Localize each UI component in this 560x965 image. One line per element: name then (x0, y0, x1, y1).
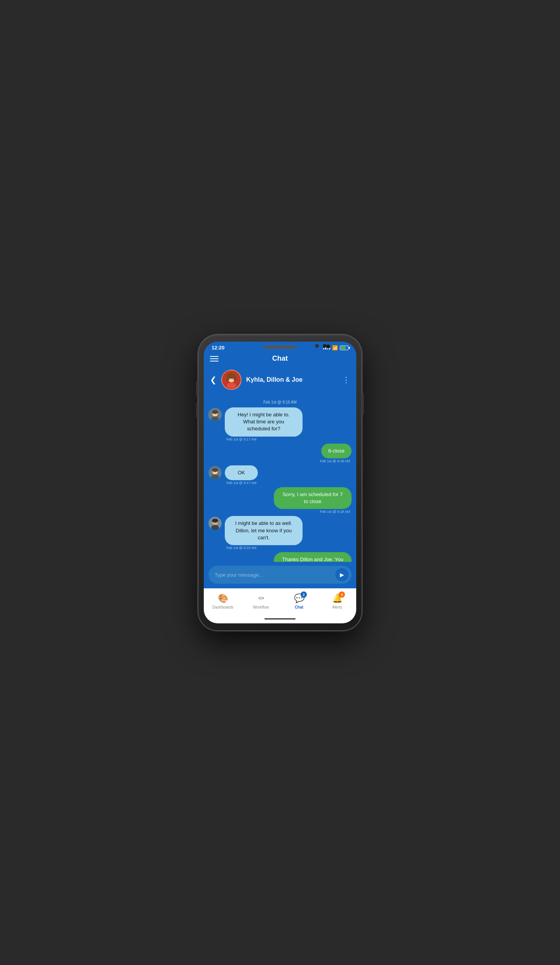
status-time: 12:20 (212, 345, 224, 351)
svg-point-20 (212, 519, 218, 523)
tab-dashboards[interactable]: 🎨 Dashboards (204, 591, 242, 611)
avatar-male2 (208, 517, 222, 530)
message-time-2: Feb 1st @ 9:18 AM (318, 459, 352, 463)
svg-point-16 (212, 468, 218, 472)
home-indicator (204, 612, 356, 623)
battery-icon (340, 346, 348, 350)
message-time-5: Feb 1st @ 9:19 AM (225, 546, 303, 550)
tab-workflow-icon-wrap: ⚰ (255, 593, 267, 604)
message-input-area: ▶ (204, 562, 356, 588)
tab-chat-label: Chat (295, 605, 303, 609)
power-button (362, 393, 364, 414)
top-nav-bar: Chat (204, 352, 356, 367)
hamburger-menu-button[interactable] (210, 356, 219, 361)
message-input[interactable] (215, 572, 332, 578)
message-bubble-2: 6-close (321, 444, 352, 458)
avatar-female-icon (222, 370, 241, 390)
tab-dashboards-label: Dashboards (212, 605, 233, 609)
battery-fill (341, 346, 346, 349)
message-bubble-4: Sorry, I am scheduled for 7 to close (274, 487, 352, 509)
tab-chat[interactable]: 💬 2 Chat (280, 591, 318, 611)
phone-device: 12:20 📶 Chat (198, 335, 362, 630)
phone-screen: 12:20 📶 Chat (204, 342, 356, 623)
message-bubble-wrap-3: OK Feb 1st @ 9:17 AM (225, 465, 258, 485)
message-time-4: Feb 1st @ 9:18 AM (318, 510, 352, 514)
more-options-button[interactable]: ⋮ (342, 375, 350, 384)
message-row-3: OK Feb 1st @ 9:17 AM (208, 465, 352, 485)
send-icon: ▶ (340, 572, 344, 578)
message-bubble-wrap-6: Thanks Dillon and Joe. You guys are the … (274, 552, 352, 562)
tab-workflow-label: Workflow (253, 605, 269, 609)
message-row-6: Thanks Dillon and Joe. You guys are the … (208, 552, 352, 562)
message-row-4: Sorry, I am scheduled for 7 to close Feb… (208, 487, 352, 514)
tab-dashboards-icon-wrap: 🎨 (217, 593, 229, 604)
wifi-icon: 📶 (332, 345, 338, 351)
messages-area[interactable]: Feb 1st @ 9:16 AM Hey! I might be able t… (204, 395, 356, 562)
message-time-3: Feb 1st @ 9:17 AM (225, 481, 258, 485)
message-bubble-wrap-1: Hey! I might be able to. What time are y… (225, 407, 303, 441)
home-bar (264, 618, 296, 619)
volume-down-button (196, 403, 198, 418)
message-bubble-wrap-2: 6-close Feb 1st @ 9:18 AM (318, 444, 352, 463)
tab-chat-icon-wrap: 💬 2 (293, 593, 305, 604)
tab-bar: 🎨 Dashboards ⚰ Workflow 💬 2 Chat 🔔 (204, 588, 356, 612)
tab-workflow[interactable]: ⚰ Workflow (242, 591, 280, 611)
message-bubble-3: OK (225, 465, 258, 480)
status-bar: 12:20 📶 (204, 342, 356, 352)
avatar-male1-2 (208, 466, 222, 479)
svg-point-12 (212, 410, 218, 414)
message-row-5: I might be able to as well. Dillon, let … (208, 516, 352, 550)
dashboards-icon: 🎨 (218, 593, 228, 604)
group-avatar (221, 370, 242, 390)
input-row: ▶ (208, 566, 352, 584)
send-button[interactable]: ▶ (335, 568, 348, 581)
chat-header: ❮ Kyhla, Dillon & J (204, 367, 356, 395)
workflow-icon: ⚰ (258, 594, 264, 603)
svg-point-5 (227, 382, 236, 388)
message-bubble-wrap-5: I might be able to as well. Dillon, let … (225, 516, 303, 550)
message-bubble-wrap-4: Sorry, I am scheduled for 7 to close Feb… (274, 487, 352, 514)
message-bubble-6: Thanks Dillon and Joe. You guys are the … (274, 552, 352, 562)
message-bubble-1: Hey! I might be able to. What time are y… (225, 407, 303, 437)
back-button[interactable]: ❮ (210, 375, 217, 384)
svg-point-4 (234, 375, 236, 381)
group-name: Kyhla, Dillon & Joe (246, 376, 338, 383)
message-time-1: Feb 1st @ 9:17 AM (225, 437, 303, 441)
avatar-male1 (208, 408, 222, 421)
volume-up-button (196, 381, 198, 397)
chat-badge: 2 (301, 591, 307, 598)
tab-alerts[interactable]: 🔔 4 Alerts (318, 591, 356, 611)
alerts-badge: 4 (339, 591, 345, 598)
message-row-1: Hey! I might be able to. What time are y… (208, 407, 352, 441)
tab-alerts-label: Alerts (332, 605, 342, 609)
camera-icon (326, 344, 331, 349)
tab-alerts-icon-wrap: 🔔 4 (331, 593, 343, 604)
timestamp-1: Feb 1st @ 9:16 AM (208, 400, 352, 404)
message-row-2: 6-close Feb 1st @ 9:18 AM (208, 444, 352, 463)
message-bubble-5: I might be able to as well. Dillon, let … (225, 516, 303, 545)
nav-title: Chat (272, 354, 288, 363)
